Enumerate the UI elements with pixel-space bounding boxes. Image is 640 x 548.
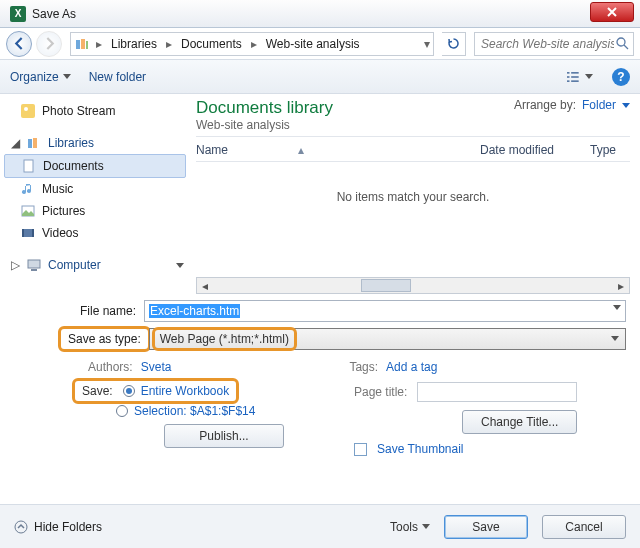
svg-rect-6 (567, 76, 570, 78)
filename-input[interactable]: Excel-charts.htm (144, 300, 626, 322)
svg-rect-7 (571, 76, 579, 78)
library-title: Documents library (196, 98, 333, 118)
save-as-type-select[interactable]: Web Page (*.htm;*.html) (149, 328, 626, 350)
sidebar-item-documents[interactable]: Documents (4, 154, 186, 178)
libraries-icon (26, 135, 42, 151)
libraries-glyph-icon (71, 37, 93, 51)
search-input[interactable] (479, 36, 616, 52)
radio-entire-label[interactable]: Entire Workbook (141, 384, 229, 398)
forward-button[interactable] (36, 31, 62, 57)
view-list-icon (567, 70, 582, 84)
column-date[interactable]: Date modified (480, 143, 590, 157)
expand-icon: ▷ (10, 258, 20, 272)
save-thumbnail-checkbox[interactable] (354, 443, 367, 456)
back-arrow-icon (13, 37, 26, 50)
svg-rect-9 (571, 80, 579, 82)
sidebar-header-libraries[interactable]: ◢ Libraries (0, 132, 190, 154)
save-button[interactable]: Save (444, 515, 528, 539)
caret-down-icon (63, 74, 71, 79)
refresh-button[interactable] (442, 32, 466, 56)
radio-selection[interactable] (116, 405, 128, 417)
caret-down-icon (422, 524, 430, 529)
chevron-down-icon[interactable]: ▾ (421, 37, 433, 51)
column-type[interactable]: Type (590, 143, 630, 157)
arrange-by[interactable]: Arrange by: Folder (514, 98, 630, 112)
svg-rect-14 (24, 160, 33, 172)
page-title-input[interactable] (417, 382, 577, 402)
svg-rect-17 (22, 229, 24, 237)
photostream-icon (20, 103, 36, 119)
arrange-by-value: Folder (582, 98, 616, 112)
column-headers[interactable]: Name▴ Date modified Type (196, 137, 630, 162)
crumb-websiteanalysis[interactable]: Web-site analysis (260, 33, 366, 55)
metadata-row: Authors: Sveta Tags: Add a tag (0, 356, 640, 378)
dropdown-caret-icon[interactable] (613, 305, 621, 310)
address-bar[interactable]: ▸ Libraries ▸ Documents ▸ Web-site analy… (70, 32, 434, 56)
navigation-pane: Photo Stream ◢ Libraries Documents Music… (0, 94, 190, 294)
view-options-button[interactable] (566, 66, 594, 88)
filename-label: File name: (14, 304, 144, 318)
empty-message: No items match your search. (196, 162, 630, 232)
scroll-right-icon[interactable]: ▸ (613, 278, 629, 293)
excel-app-icon (10, 6, 26, 22)
column-name[interactable]: Name (196, 143, 228, 157)
svg-rect-13 (33, 138, 37, 148)
svg-rect-20 (31, 269, 37, 271)
search-icon (616, 37, 629, 50)
save-as-type-label: Save as type: (62, 330, 147, 348)
sidebar-header-computer[interactable]: ▷ Computer (0, 254, 190, 276)
save-form: File name: Excel-charts.htm Save as type… (0, 294, 640, 350)
sidebar-item-pictures[interactable]: Pictures (0, 200, 190, 222)
svg-rect-12 (28, 139, 32, 148)
svg-rect-4 (567, 72, 570, 74)
close-button[interactable] (590, 2, 634, 22)
save-thumbnail-label[interactable]: Save Thumbnail (377, 442, 464, 456)
tools-menu[interactable]: Tools (390, 520, 430, 534)
close-icon (607, 7, 617, 17)
publish-button[interactable]: Publish... (164, 424, 284, 448)
sidebar-item-label: Music (42, 182, 73, 196)
sidebar-item-music[interactable]: Music (0, 178, 190, 200)
caret-down-icon (585, 74, 593, 79)
computer-icon (26, 257, 42, 273)
horizontal-scrollbar[interactable]: ◂ ▸ (196, 277, 630, 294)
scroll-left-icon[interactable]: ◂ (197, 278, 213, 293)
title-bar: Save As (0, 0, 640, 28)
authors-value[interactable]: Sveta (141, 360, 172, 374)
expand-icon: ◢ (10, 136, 20, 150)
search-box[interactable] (474, 32, 634, 56)
tags-value[interactable]: Add a tag (386, 360, 437, 374)
chevron-right-icon: ▸ (93, 37, 105, 51)
dropdown-caret-icon[interactable] (611, 336, 619, 341)
pictures-icon (20, 203, 36, 219)
file-list-pane: Documents library Web-site analysis Arra… (190, 94, 640, 294)
radio-entire-workbook[interactable] (123, 385, 135, 397)
sidebar-item-photostream[interactable]: Photo Stream (0, 100, 190, 122)
crumb-documents[interactable]: Documents (175, 33, 248, 55)
svg-rect-18 (32, 229, 34, 237)
sidebar-item-label: Computer (48, 258, 101, 272)
svg-point-11 (24, 107, 28, 111)
change-title-button[interactable]: Change Title... (462, 410, 577, 434)
sort-indicator-icon: ▴ (298, 143, 304, 157)
nav-bar: ▸ Libraries ▸ Documents ▸ Web-site analy… (0, 28, 640, 60)
refresh-icon (447, 37, 460, 50)
radio-selection-label[interactable]: Selection: $A$1:$F$14 (134, 404, 255, 418)
window-title: Save As (32, 7, 76, 21)
cancel-button[interactable]: Cancel (542, 515, 626, 539)
new-folder-button[interactable]: New folder (89, 70, 146, 84)
svg-rect-0 (76, 40, 80, 49)
page-title-label: Page title: (354, 385, 407, 399)
crumb-libraries[interactable]: Libraries (105, 33, 163, 55)
sidebar-item-label: Videos (42, 226, 78, 240)
hide-folders-label: Hide Folders (34, 520, 102, 534)
back-button[interactable] (6, 31, 32, 57)
tags-label: Tags: (349, 360, 378, 374)
help-button[interactable]: ? (612, 68, 630, 86)
organize-menu[interactable]: Organize (10, 70, 71, 84)
scrollbar-thumb[interactable] (361, 279, 411, 292)
hide-folders-button[interactable]: Hide Folders (14, 520, 102, 534)
documents-icon (21, 158, 37, 174)
sidebar-item-videos[interactable]: Videos (0, 222, 190, 244)
tools-label: Tools (390, 520, 418, 534)
